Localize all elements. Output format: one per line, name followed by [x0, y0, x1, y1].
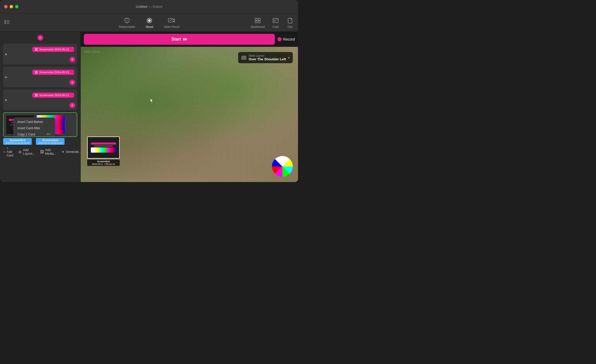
svg-rect-8 — [258, 18, 260, 20]
card-play-button[interactable]: ▶ — [5, 52, 8, 56]
card-add-button[interactable]: + — [69, 80, 75, 85]
record-button[interactable]: Record — [277, 37, 295, 41]
preview-header: Start ⏭ Record — [81, 32, 298, 47]
context-menu-insert-before[interactable]: Insert Card Before — [14, 119, 55, 125]
main-toolbar: Teleprompter Shoot Video Pencil — [0, 14, 298, 32]
toolbar-video-pencil[interactable]: Video Pencil — [164, 17, 180, 28]
bottom-toolbar: + + Add Card ⊞ Add Layout... 🖼 Add Media… — [0, 146, 80, 157]
test-pattern — [272, 156, 293, 177]
svg-rect-9 — [255, 21, 257, 23]
doc-icon — [287, 17, 294, 24]
add-layout-button[interactable]: ⊞ Add Layout... — [18, 148, 35, 155]
doc-label: Doc — [288, 25, 293, 28]
preview-label: PREVIEW — [84, 50, 99, 54]
screenshot-icon: 🖼 — [35, 71, 38, 74]
svg-point-5 — [148, 19, 151, 22]
svg-rect-16 — [244, 56, 246, 59]
strip-card1-date: 2024-05-21 at 08.50.00 — [5, 142, 30, 144]
strip-card1-name: Screenshot — [5, 139, 30, 142]
card-label: Card — [272, 25, 279, 28]
toolbar-right: Dashboard Card — [251, 17, 294, 28]
mini-bar-gray — [94, 145, 113, 147]
svg-rect-10 — [258, 21, 260, 23]
screenshot-overlay-label: Screenshot 2024-05-2...t 08.44.44 — [87, 160, 120, 166]
slide-layout-icon — [241, 56, 246, 60]
svg-rect-3 — [7, 23, 9, 24]
window-subtitle: — Edited — [148, 5, 162, 9]
generate-button[interactable]: ✦ Generate... — [61, 150, 81, 154]
slide-layout-overlay[interactable]: Slide Layout Over The Shoulder Left ▾ — [238, 52, 293, 63]
mini-bar-pink — [91, 142, 116, 145]
generate-icon: ✦ — [61, 150, 65, 154]
sidebar-toggle-button[interactable] — [4, 20, 9, 25]
context-menu-copy[interactable]: Copy 1 Card ⌘C — [14, 131, 55, 137]
svg-rect-1 — [7, 21, 9, 21]
video-pencil-icon — [168, 17, 175, 24]
mini-card-preview — [87, 136, 120, 159]
add-media-button[interactable]: 🖼 Add Media... — [40, 148, 56, 155]
toolbar-card[interactable]: Card — [272, 17, 279, 28]
app-window: Untitled — Edited Tele — [0, 0, 298, 182]
card-play-button[interactable]: ▶ — [5, 75, 8, 79]
strip-card2-date: 2024-05-21 at 08.43.10 — [37, 142, 63, 144]
traffic-lights — [4, 5, 18, 8]
add-card-top-button[interactable]: + — [37, 35, 43, 41]
start-button[interactable]: Start ⏭ — [84, 34, 275, 45]
minimize-button[interactable] — [10, 5, 13, 8]
slide-layout-text: Slide Layout Over The Shoulder Left — [249, 54, 286, 61]
maximize-button[interactable] — [15, 5, 18, 8]
card-icon — [272, 17, 279, 24]
svg-rect-7 — [255, 18, 257, 20]
mini-card-inner — [88, 137, 119, 158]
context-menu-insert-after[interactable]: Insert Card After — [14, 125, 55, 131]
record-dot — [277, 37, 282, 41]
context-menu-shortcut: ⌘C — [46, 133, 51, 136]
card-item: ▶ 🖼 Screenshot 2024-05-21... + — [3, 89, 77, 110]
card-add-button[interactable]: + — [69, 57, 75, 62]
card-strip[interactable]: Insert Card Before Insert Card After Cop… — [3, 112, 77, 137]
card-screenshot-badge[interactable]: 🖼 Screenshot 2024-05-21... — [32, 47, 74, 52]
titlebar: Untitled — Edited — [0, 0, 298, 14]
card-item: ▶ 🖼 Screenshot 2024-05-21... + — [3, 44, 77, 64]
window-title: Untitled — [136, 5, 147, 9]
preview-area: PREVIEW Slide Layout Over The Shoulder L… — [81, 47, 298, 182]
chevron-down-icon: ▾ — [288, 56, 290, 60]
aerial-background: PREVIEW Slide Layout Over The Shoulder L… — [81, 47, 298, 182]
add-card-button[interactable]: + + Add Card — [3, 146, 13, 157]
dashboard-label: Dashboard — [251, 25, 265, 28]
video-pencil-label: Video Pencil — [164, 25, 180, 28]
toolbar-dashboard[interactable]: Dashboard — [251, 17, 265, 28]
plus-icon: + — [3, 150, 5, 154]
skip-icon: ⏭ — [183, 37, 187, 42]
main-area: + ▶ 🖼 Screenshot 2024-05-21... + ▶ — [0, 32, 298, 182]
titlebar-center: Untitled — Edited — [136, 5, 162, 9]
card-item: ▶ 🖼 Screenshot 2024-05-21... + — [3, 67, 77, 87]
shoot-icon — [146, 17, 153, 24]
strip-card2-name: Screenshot — [37, 139, 63, 142]
card-screenshot-badge[interactable]: 🖼 Screenshot 2024-05-21... — [32, 93, 74, 98]
card-strip-container: Insert Card Before Insert Card After Cop… — [3, 112, 77, 145]
dashboard-icon — [254, 17, 261, 24]
screenshot-icon: 🖼 — [35, 94, 38, 97]
teleprompter-label: Teleprompter — [119, 25, 135, 28]
card-play-button[interactable]: ▶ — [5, 98, 8, 102]
card-add-button[interactable]: + — [69, 102, 75, 108]
card-screenshot-badge[interactable]: 🖼 Screenshot 2024-05-21... — [32, 70, 74, 75]
media-icon: 🖼 — [40, 150, 44, 154]
shoot-label: Shoot — [146, 25, 153, 28]
context-menu: Insert Card Before Insert Card After Cop… — [14, 118, 55, 137]
toolbar-left — [4, 20, 9, 25]
svg-rect-0 — [4, 20, 6, 24]
toolbar-teleprompter[interactable]: Teleprompter — [119, 17, 135, 28]
layout-icon: ⊞ — [18, 150, 22, 154]
svg-rect-11 — [273, 18, 278, 23]
teleprompter-icon — [123, 17, 131, 24]
preview-panel: Start ⏭ Record PREVIEW — [81, 32, 298, 182]
card-list-panel: + ▶ 🖼 Screenshot 2024-05-21... + ▶ — [0, 32, 81, 182]
screenshot-icon: 🖼 — [35, 48, 38, 51]
close-button[interactable] — [4, 5, 8, 8]
toolbar-doc[interactable]: Doc — [287, 17, 294, 28]
svg-rect-2 — [7, 22, 9, 22]
toolbar-shoot[interactable]: Shoot — [146, 17, 153, 28]
